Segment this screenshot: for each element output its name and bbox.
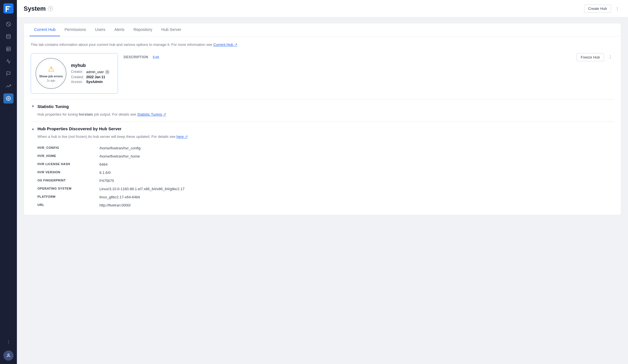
hvrstats-bold: hvrstats <box>79 112 93 116</box>
hub-properties-title: Hub Properties Discovered by Hub Server <box>37 126 121 131</box>
prop-key: PLATFORM <box>37 193 99 201</box>
svg-point-13 <box>8 354 9 355</box>
header-actions: Create Hub <box>584 5 621 13</box>
prop-key: HVR VERSION <box>37 168 99 177</box>
svg-point-15 <box>617 8 618 9</box>
sidebar-user-avatar[interactable] <box>3 350 14 361</box>
current-hub-link[interactable]: Current Hub ↗ <box>213 42 237 47</box>
svg-point-20 <box>610 58 611 59</box>
statistic-tuning-header[interactable]: ▼ Statistic Tuning <box>31 104 614 109</box>
hub-visual-card: ⚠ Show job errors 1s ago myhub Creator: … <box>31 53 118 94</box>
card-body: This tab contains information about your… <box>24 36 621 215</box>
hub-properties-header[interactable]: ▲ Hub Properties Discovered by Hub Serve… <box>31 126 614 131</box>
svg-point-12 <box>8 343 9 344</box>
sidebar-icon-flag[interactable] <box>3 69 14 79</box>
help-icon[interactable]: ? <box>48 6 53 11</box>
sidebar-more-button[interactable] <box>3 337 14 347</box>
prop-key: OPERATING SYSTEM <box>37 185 99 193</box>
table-row: OS FINGERPRINT P475675 <box>37 177 621 185</box>
page-header: System ? Create Hub <box>17 0 628 17</box>
prop-value: /home/fivetran/hvr_home <box>99 152 621 160</box>
prop-key: HVR LICENSE HASH <box>37 160 99 168</box>
prop-value: 6.1.6/0 <box>99 168 621 177</box>
page-title: System <box>24 5 46 12</box>
header-more-button[interactable] <box>613 5 621 13</box>
hub-error-text[interactable]: Show job errors <box>39 75 63 78</box>
svg-point-10 <box>8 340 9 341</box>
creator-label: Creator: <box>71 70 84 74</box>
freeze-hub-button[interactable]: Freeze Hub <box>576 53 604 61</box>
svg-point-14 <box>617 7 618 8</box>
svg-line-2 <box>7 23 10 26</box>
table-row: HVR_HOME /home/fivetran/hvr_home <box>37 152 621 160</box>
sidebar-icon-circle-slash[interactable] <box>3 19 14 29</box>
created-value: 2022 Jan 11 <box>86 75 113 79</box>
main-content: System ? Create Hub Current Hub Permissi… <box>17 0 628 364</box>
svg-point-11 <box>8 342 9 342</box>
prop-key: URL <box>37 201 99 209</box>
svg-point-17 <box>107 71 108 72</box>
access-label: Access: <box>71 80 84 84</box>
tab-permissions[interactable]: Permissions <box>60 23 90 36</box>
hub-info: myhub Creator: admin_user Created: <box>71 63 113 84</box>
page-title-area: System ? <box>24 5 53 12</box>
tab-current-hub[interactable]: Current Hub <box>30 23 60 36</box>
creator-value: admin_user <box>86 70 104 74</box>
prop-value: P475675 <box>99 177 621 185</box>
table-row: PLATFORM linux_glibc2.17-x64-64bit <box>37 193 621 201</box>
tab-alerts[interactable]: Alerts <box>110 23 129 36</box>
prop-value: 6464 <box>99 160 621 168</box>
description-label: DESCRIPTION <box>124 55 148 59</box>
prop-key: HVR_CONFIG <box>37 144 99 152</box>
prop-value: http://fivetran:0000/ <box>99 201 621 209</box>
access-value: SysAdmin <box>86 80 113 84</box>
prop-value: /home/fivetran/hvr_config <box>99 144 621 152</box>
svg-point-9 <box>8 98 9 99</box>
svg-rect-4 <box>6 47 10 51</box>
svg-point-19 <box>610 57 611 57</box>
tab-bar: Current Hub Permissions Users Alerts Rep… <box>24 23 621 36</box>
tab-hub-server[interactable]: Hub Server <box>157 23 186 36</box>
sidebar-icon-activity[interactable] <box>3 56 14 66</box>
table-row: OPERATING SYSTEM Linux/3.10.0-1160.88.1.… <box>37 185 621 193</box>
sidebar-icon-trending[interactable] <box>3 81 14 91</box>
sidebar <box>0 0 17 364</box>
main-card: Current Hub Permissions Users Alerts Rep… <box>24 23 621 215</box>
section-divider-2 <box>31 122 614 122</box>
svg-point-16 <box>617 10 618 10</box>
hub-status-circle[interactable]: ⚠ Show job errors 1s ago <box>35 58 66 89</box>
tab-users[interactable]: Users <box>91 23 110 36</box>
info-text: This tab contains information about your… <box>31 42 614 48</box>
table-row: HVR LICENSE HASH 6464 <box>37 160 621 168</box>
svg-point-18 <box>610 55 611 56</box>
hub-more-button[interactable] <box>606 53 614 61</box>
hub-name: myhub <box>71 63 113 68</box>
statistic-tuning-link[interactable]: Statistic Tuning ↗ <box>137 112 166 116</box>
hub-properties-link[interactable]: here ↗ <box>177 134 188 139</box>
page-content: Current Hub Permissions Users Alerts Rep… <box>17 17 628 364</box>
sidebar-icon-database[interactable] <box>3 32 14 42</box>
tab-repository[interactable]: Repository <box>129 23 157 36</box>
table-row: URL http://fivetran:0000/ <box>37 201 621 209</box>
creator-row: admin_user <box>86 70 113 74</box>
properties-table: HVR_CONFIG /home/fivetran/hvr_config HVR… <box>37 144 621 209</box>
hub-properties-desc: When a hub is live (not frozen) its hub … <box>37 134 614 140</box>
warning-icon: ⚠ <box>48 65 54 73</box>
create-hub-button[interactable]: Create Hub <box>584 5 611 13</box>
hub-properties-chevron: ▲ <box>31 127 35 131</box>
sidebar-icon-settings[interactable] <box>3 93 14 104</box>
section-divider-1 <box>31 99 614 100</box>
statistic-tuning-chevron: ▼ <box>31 104 35 109</box>
edit-description-link[interactable]: Edit <box>153 55 159 59</box>
sidebar-icon-table[interactable] <box>3 44 14 54</box>
table-row: HVR VERSION 6.1.6/0 <box>37 168 621 177</box>
statistic-tuning-title: Statistic Tuning <box>37 104 69 109</box>
creator-avatar <box>105 70 110 74</box>
hub-error-time: 1s ago <box>47 79 55 82</box>
statistic-tuning-desc: Hub properties for tuning hvrstats job o… <box>37 112 614 117</box>
svg-point-3 <box>6 35 10 36</box>
prop-value: linux_glibc2.17-x64-64bit <box>99 193 621 201</box>
prop-key: OS FINGERPRINT <box>37 177 99 185</box>
app-logo[interactable] <box>3 3 14 14</box>
created-label: Created: <box>71 75 84 79</box>
